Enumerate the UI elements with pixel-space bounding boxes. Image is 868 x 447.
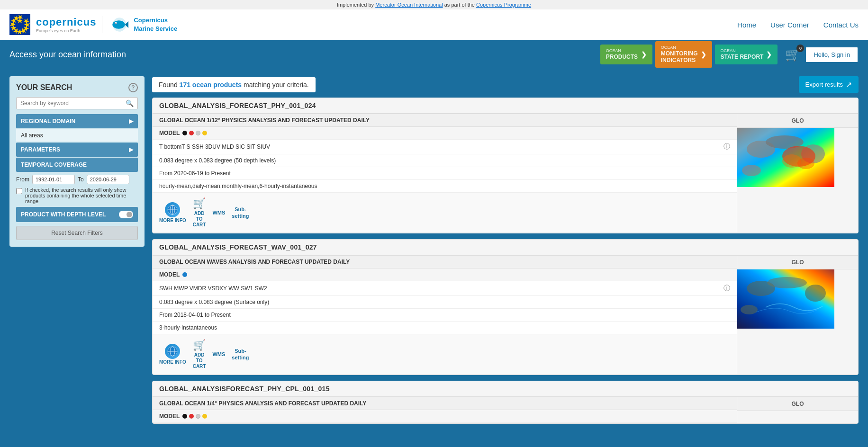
product-3-body: GLOBAL OCEAN 1/4° PHYSICS ANALYSIS AND F… bbox=[153, 397, 858, 423]
copernicus-logo: copernicus Europe's eyes on Earth bbox=[36, 16, 96, 33]
results-header: Found 171 ocean products matching your c… bbox=[152, 76, 859, 93]
ocean-products-btn[interactable]: OCEAN PRODUCTS ❯ bbox=[600, 45, 652, 64]
dot-yellow-3 bbox=[202, 414, 207, 419]
banner-text: Implemented by bbox=[337, 2, 375, 8]
more-info-label-1: MORE INFO bbox=[159, 218, 186, 223]
more-info-globe-icon bbox=[165, 202, 180, 217]
glo-header-3: GLO bbox=[737, 397, 858, 411]
more-info-label-2: MORE INFO bbox=[159, 360, 186, 365]
regional-domain-filter[interactable]: REGIONAL DOMAIN ▶ bbox=[16, 114, 138, 128]
search-icon[interactable]: 🔍 bbox=[126, 99, 134, 107]
product-2-model-row: MODEL bbox=[153, 268, 737, 281]
model-label-3: MODEL bbox=[159, 413, 180, 420]
match-text: matching your criteria. bbox=[242, 81, 309, 89]
cart-btn-icon-2: 🛒 bbox=[193, 339, 206, 351]
dot-yellow-1 bbox=[202, 131, 207, 135]
from-date-input[interactable] bbox=[32, 175, 75, 184]
more-info-btn-2[interactable]: MORE INFO bbox=[159, 344, 186, 365]
product-1-daterange: From 2020-06-19 to Present bbox=[153, 167, 737, 180]
wms-btn-1[interactable]: WMS bbox=[212, 210, 225, 215]
sidebar-title: YOUR SEARCH ? bbox=[16, 83, 138, 92]
product-1-right: GLO bbox=[737, 114, 858, 232]
temporal-coverage-filter[interactable]: TEMPORAL COVERAGE bbox=[16, 158, 138, 172]
cart-btn-icon-1: 🛒 bbox=[193, 197, 206, 210]
copernicus-link[interactable]: Copernicus Programme bbox=[476, 2, 531, 8]
results-area: Found 171 ocean products matching your c… bbox=[152, 76, 859, 429]
results-count-strong: 171 ocean products bbox=[180, 81, 242, 89]
nav-user-corner[interactable]: User Corner bbox=[770, 21, 809, 29]
reset-filters-button[interactable]: Reset Search Filters bbox=[16, 226, 138, 240]
help-icon[interactable]: ? bbox=[128, 83, 138, 92]
product-3-glo: GLO bbox=[737, 397, 858, 423]
nav-tagline: Access your ocean information bbox=[9, 45, 600, 64]
model-dots-3 bbox=[182, 414, 207, 419]
btn2-arrow-icon: ❯ bbox=[701, 51, 706, 58]
marine-service-logo: CopernicusMarine Service bbox=[102, 16, 177, 33]
product-card-1: GLOBAL_ANALYSIS_FORECAST_PHY_001_024 GLO… bbox=[152, 98, 859, 233]
depth-level-filter[interactable]: PRODUCT WITH DEPTH LEVEL bbox=[16, 207, 138, 222]
svg-point-26 bbox=[742, 165, 761, 176]
regional-domain-arrow: ▶ bbox=[129, 118, 133, 125]
dot-blue-2 bbox=[182, 272, 187, 277]
sidebar-title-text: YOUR SEARCH bbox=[16, 83, 72, 92]
add-cart-label-2: ADDTOCART bbox=[193, 352, 206, 369]
product-title-3: GLOBAL_ANALYSISFORECAST_PHY_CPL_001_015 bbox=[153, 381, 858, 397]
product-2-right: GLO bbox=[737, 256, 858, 374]
product-1-subtitle: GLOBAL OCEAN 1/12° PHYSICS ANALYSIS AND … bbox=[153, 114, 737, 127]
wms-btn-2[interactable]: WMS bbox=[212, 351, 225, 357]
dot-black-3 bbox=[182, 414, 187, 419]
glo-header-1: GLO bbox=[737, 114, 858, 128]
wms-label-1: WMS bbox=[212, 210, 225, 215]
dot-black-1 bbox=[182, 131, 187, 135]
results-count: Found 171 ocean products matching your c… bbox=[152, 77, 316, 92]
add-to-cart-btn-2[interactable]: 🛒 ADDTOCART bbox=[193, 339, 206, 369]
product-1-params: T bottomT S SSH 3DUV MLD SIC SIT SIUV ⓘ bbox=[153, 140, 737, 154]
info-icon-2[interactable]: ⓘ bbox=[723, 284, 730, 293]
cart-icon-wrapper[interactable]: 🛒 0 bbox=[785, 47, 800, 62]
to-date-input[interactable] bbox=[87, 175, 129, 184]
model-label-1: MODEL bbox=[159, 130, 180, 136]
all-areas-item[interactable]: All areas bbox=[16, 129, 138, 142]
wms-label-2: WMS bbox=[212, 351, 225, 357]
info-icon-1[interactable]: ⓘ bbox=[723, 143, 730, 151]
subsetting-btn-2[interactable]: Sub-setting bbox=[232, 348, 249, 361]
add-cart-label-1: ADDTOCART bbox=[193, 211, 206, 228]
nav-home[interactable]: Home bbox=[737, 21, 756, 29]
add-to-cart-btn-1[interactable]: 🛒 ADDTOCART bbox=[193, 197, 206, 228]
product-1-details: GLOBAL OCEAN 1/12° PHYSICS ANALYSIS AND … bbox=[153, 114, 737, 232]
nav-contact-us[interactable]: Contact Us bbox=[823, 21, 859, 29]
found-text: Found bbox=[159, 81, 180, 89]
more-info-btn-1[interactable]: MORE INFO bbox=[159, 202, 186, 223]
ocean-state-btn[interactable]: OCEAN STATE REPORT ❯ bbox=[715, 45, 778, 64]
product-2-daterange: From 2018-04-01 to Present bbox=[153, 309, 737, 322]
parameters-arrow: ▶ bbox=[129, 146, 133, 153]
parameters-filter[interactable]: PARAMETERS ▶ bbox=[16, 143, 138, 157]
product-2-frequency: 3-hourly-instantaneous bbox=[153, 322, 737, 334]
product-1-body: GLOBAL OCEAN 1/12° PHYSICS ANALYSIS AND … bbox=[153, 114, 858, 233]
header: copernicus Europe's eyes on Earth Copern… bbox=[0, 9, 868, 40]
glo-header-2: GLO bbox=[737, 256, 858, 269]
svg-point-29 bbox=[797, 158, 814, 169]
ocean-viz-2 bbox=[737, 269, 834, 329]
mercator-link[interactable]: Mercator Ocean International bbox=[375, 2, 443, 8]
copernicus-name: copernicus bbox=[36, 16, 96, 28]
dot-gray-1 bbox=[196, 131, 200, 135]
product-3-model-row: MODEL bbox=[153, 410, 737, 423]
search-input[interactable] bbox=[20, 100, 126, 107]
subsetting-btn-1[interactable]: Sub-setting bbox=[232, 206, 249, 220]
export-results-button[interactable]: Export results ↗ bbox=[799, 76, 859, 93]
btn3-arrow-icon: ❯ bbox=[766, 51, 772, 58]
top-banner: Implemented by Mercator Ocean Internatio… bbox=[0, 0, 868, 9]
time-range-checkbox[interactable] bbox=[16, 188, 22, 194]
depth-label: PRODUCT WITH DEPTH LEVEL bbox=[21, 211, 106, 218]
product-1-resolution: 0.083 degree x 0.083 degree (50 depth le… bbox=[153, 154, 737, 167]
signin-button[interactable]: Hello, Sign in bbox=[805, 46, 859, 63]
depth-toggle[interactable] bbox=[119, 211, 133, 218]
ocean-monitoring-btn[interactable]: OCEAN MONITORINGINDICATORS ❯ bbox=[655, 41, 712, 68]
date-from-row: From To bbox=[16, 175, 138, 184]
header-logo: copernicus Europe's eyes on Earth Copern… bbox=[9, 14, 177, 35]
nav-buttons: OCEAN PRODUCTS ❯ OCEAN MONITORINGINDICAT… bbox=[600, 41, 778, 68]
btn1-sublabel: PRODUCTS bbox=[606, 54, 638, 60]
product-3-details: GLOBAL OCEAN 1/4° PHYSICS ANALYSIS AND F… bbox=[153, 397, 737, 423]
dot-red-3 bbox=[189, 414, 194, 419]
